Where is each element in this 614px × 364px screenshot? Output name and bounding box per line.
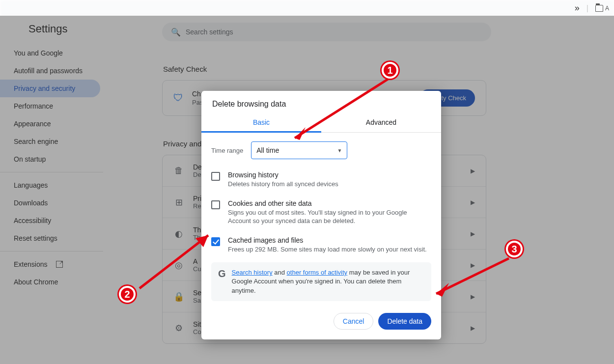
browser-tab[interactable]	[186, 2, 245, 14]
browser-tab[interactable]	[368, 2, 427, 14]
checkbox-browsing-history[interactable]	[211, 172, 220, 181]
tab-advanced[interactable]: Advanced	[321, 113, 441, 132]
cancel-button[interactable]: Cancel	[334, 313, 374, 330]
checkbox-cached[interactable]	[211, 237, 220, 246]
step-marker-3: 3	[506, 241, 523, 257]
delete-browsing-data-dialog: Delete browsing data Basic Advanced Time…	[201, 91, 441, 339]
step-marker-2: 2	[119, 286, 136, 303]
browser-tab[interactable]	[64, 2, 123, 14]
link-other-activity[interactable]: other forms of activity	[287, 269, 348, 276]
dialog-title: Delete browsing data	[201, 91, 441, 113]
step-marker-1: 1	[382, 62, 398, 79]
tabs-overflow-icon[interactable]: »	[575, 3, 580, 13]
browser-tab[interactable]	[125, 2, 184, 14]
google-logo-icon: G	[218, 268, 226, 295]
tab-basic[interactable]: Basic	[201, 113, 321, 133]
time-range-select[interactable]: All time ▼	[251, 141, 347, 159]
browser-tabstrip	[0, 0, 614, 16]
browser-tab[interactable]	[307, 2, 366, 14]
google-account-info: G Search history and other forms of acti…	[211, 262, 431, 301]
checkbox-cookies[interactable]	[211, 200, 220, 209]
bookmarks-folder-icon[interactable]: A	[595, 5, 609, 12]
link-search-history[interactable]: Search history	[232, 269, 273, 276]
browser-tab[interactable]	[3, 2, 62, 14]
chevron-down-icon: ▼	[337, 148, 342, 153]
browser-tab[interactable]	[247, 2, 306, 14]
delete-data-button[interactable]: Delete data	[378, 313, 431, 330]
time-range-label: Time range	[211, 147, 243, 154]
browser-tab[interactable]	[429, 2, 488, 14]
